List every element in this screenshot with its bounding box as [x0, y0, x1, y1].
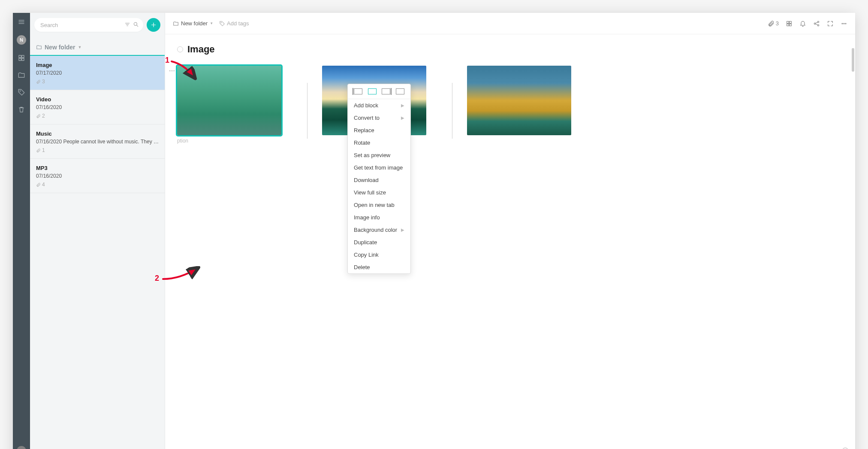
svg-line-23	[815, 22, 817, 23]
grid-icon[interactable]	[18, 54, 25, 62]
menu-image-info[interactable]: Image info	[348, 211, 410, 224]
expand-icon[interactable]	[827, 20, 834, 27]
list-item[interactable]: MP3 07/16/2020 4	[30, 159, 165, 193]
layout-center[interactable]	[368, 88, 377, 94]
menu-icon[interactable]	[18, 18, 25, 26]
menu-get-text[interactable]: Get text from image	[348, 161, 410, 174]
chevron-down-icon: ▼	[78, 45, 82, 49]
svg-line-24	[815, 24, 817, 25]
image-thumbnail[interactable]	[467, 66, 571, 135]
chevron-down-icon: ▼	[210, 21, 213, 25]
chevron-right-icon: ▶	[401, 103, 404, 108]
list-item-attach: 4	[36, 182, 159, 188]
list-item[interactable]: Image 07/17/2020 3	[30, 56, 165, 90]
list-item-excerpt: 07/16/2020 People cannot live without mu…	[36, 139, 159, 145]
add-tags-button[interactable]: Add tags	[219, 20, 249, 27]
svg-point-27	[845, 23, 846, 24]
list-item[interactable]: Music 07/16/2020 People cannot live with…	[30, 124, 165, 159]
chevron-right-icon: ▶	[401, 228, 404, 232]
list-item-attach: 3	[36, 79, 159, 85]
svg-point-25	[842, 23, 843, 24]
svg-point-7	[20, 91, 21, 91]
svg-rect-6	[22, 58, 24, 61]
scrollbar[interactable]	[852, 48, 854, 72]
menu-duplicate[interactable]: Duplicate	[348, 236, 410, 249]
breadcrumb-label: New folder	[181, 20, 208, 27]
list-item-title: MP3	[36, 165, 159, 171]
layout-right[interactable]	[382, 88, 390, 94]
svg-point-15	[221, 22, 221, 23]
filter-icon[interactable]	[124, 21, 130, 29]
image-thumbnail[interactable]	[177, 66, 281, 135]
svg-point-26	[844, 23, 844, 24]
user-avatar[interactable]: N	[17, 35, 26, 45]
layout-left[interactable]	[354, 88, 362, 94]
bell-icon[interactable]	[799, 20, 806, 27]
list-item[interactable]: Video 07/16/2020 2	[30, 90, 165, 124]
menu-open-tab[interactable]: Open in new tab	[348, 199, 410, 211]
topbar: New folder ▼ Add tags 3	[165, 13, 855, 34]
list-item-date: 07/16/2020	[36, 173, 159, 179]
image-context-menu: Add block▶ Convert to▶ Replace Rotate Se…	[347, 84, 411, 274]
folder-header[interactable]: New folder ▼	[30, 37, 165, 56]
block-handle-icon[interactable]: ⋯	[169, 67, 175, 74]
layout-full[interactable]	[396, 88, 404, 94]
search-box	[34, 18, 143, 32]
image-block[interactable]: ⋯ ption	[177, 66, 281, 144]
share-icon[interactable]	[813, 20, 820, 27]
list-item-date: 07/16/2020	[36, 104, 159, 110]
image-row: ⋯ ption	[177, 66, 843, 144]
main-panel: New folder ▼ Add tags 3	[165, 13, 855, 449]
note-list: Image 07/17/2020 3 Video 07/16/2020 2 Mu…	[30, 56, 165, 449]
menu-rotate[interactable]: Rotate	[348, 137, 410, 149]
list-item-title: Image	[36, 62, 159, 68]
menu-download[interactable]: Download	[348, 174, 410, 186]
chevron-right-icon: ▶	[401, 115, 404, 120]
secondary-avatar[interactable]: L	[17, 446, 26, 449]
list-item-attach: 1	[36, 147, 159, 153]
menu-view-full[interactable]: View full size	[348, 186, 410, 199]
trash-icon[interactable]	[18, 106, 25, 113]
svg-point-11	[134, 22, 137, 25]
list-item-date: 07/17/2020	[36, 70, 159, 76]
note-checkbox[interactable]	[177, 46, 183, 52]
grid-view-icon[interactable]	[786, 20, 793, 27]
nav-rail: N L	[13, 13, 30, 449]
note-title[interactable]: Image	[187, 44, 215, 55]
search-input[interactable]	[40, 22, 122, 28]
add-button[interactable]	[147, 18, 160, 32]
svg-rect-4	[22, 55, 24, 58]
tag-icon[interactable]	[18, 88, 25, 96]
add-tags-label: Add tags	[227, 20, 249, 27]
menu-convert-to[interactable]: Convert to▶	[348, 112, 410, 124]
list-item-attach: 2	[36, 113, 159, 119]
list-item-title: Music	[36, 130, 159, 137]
note-content: Image ⋯ ption	[165, 34, 855, 449]
svg-line-12	[137, 25, 138, 26]
menu-copy-link[interactable]: Copy Link	[348, 249, 410, 261]
emoji-icon[interactable]	[841, 447, 849, 449]
more-icon[interactable]	[841, 20, 847, 27]
svg-rect-17	[790, 21, 792, 23]
image-caption[interactable]: ption	[177, 138, 281, 144]
list-item-title: Video	[36, 96, 159, 103]
layout-options	[348, 84, 410, 99]
folder-icon[interactable]	[18, 71, 25, 79]
sidebar: New folder ▼ Image 07/17/2020 3 Video 07…	[30, 13, 165, 449]
svg-rect-19	[790, 24, 792, 26]
search-icon[interactable]	[133, 21, 139, 29]
svg-rect-16	[787, 21, 789, 23]
breadcrumb[interactable]: New folder ▼	[173, 20, 213, 27]
menu-bg-color[interactable]: Background color▶	[348, 224, 410, 236]
menu-delete[interactable]: Delete	[348, 261, 410, 273]
svg-rect-3	[19, 55, 21, 58]
menu-set-preview[interactable]: Set as preview	[348, 149, 410, 161]
menu-add-block[interactable]: Add block▶	[348, 99, 410, 112]
image-block[interactable]	[467, 66, 571, 135]
menu-replace[interactable]: Replace	[348, 124, 410, 137]
attachments-count[interactable]: 3	[768, 20, 779, 27]
folder-header-label: New folder	[45, 44, 75, 51]
svg-rect-5	[19, 58, 21, 61]
svg-rect-18	[787, 24, 789, 26]
